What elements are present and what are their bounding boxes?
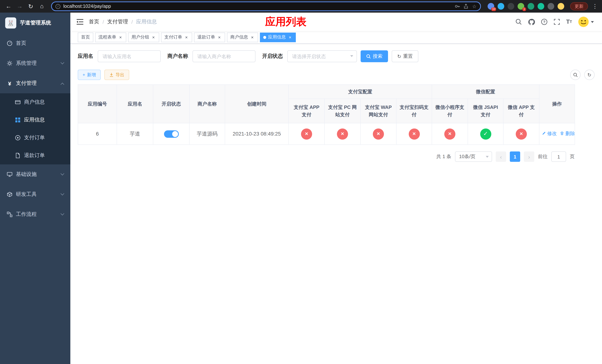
- tab-app-info[interactable]: 应用信息×: [260, 32, 296, 42]
- extension-icon-2[interactable]: [498, 3, 504, 10]
- app-title: 芋道管理系统: [20, 20, 51, 26]
- main-area: 首页 / 支付管理 / 应用信息 应用列表 ? T: [70, 13, 602, 364]
- close-icon[interactable]: ×: [250, 35, 255, 40]
- browser-back-icon[interactable]: ←: [4, 1, 13, 11]
- extension-icon-3[interactable]: [508, 3, 514, 10]
- refresh-table-button[interactable]: ↻: [584, 70, 595, 80]
- chrome-update-button[interactable]: 更新: [570, 2, 588, 10]
- col-group-wechat: 微信配置: [432, 85, 539, 99]
- export-button[interactable]: 导出: [104, 70, 129, 80]
- share-icon[interactable]: [464, 4, 469, 9]
- github-icon[interactable]: [528, 18, 535, 25]
- url-text[interactable]: localhost:1024/pay/app: [63, 4, 452, 9]
- site-info-icon[interactable]: i: [55, 4, 60, 9]
- close-icon[interactable]: ×: [118, 35, 123, 40]
- extension-icon-7[interactable]: [548, 3, 554, 10]
- cube-icon: [7, 192, 13, 197]
- user-avatar[interactable]: [578, 16, 594, 27]
- bookmark-star-icon[interactable]: ☆: [472, 3, 476, 9]
- cell-status: [153, 123, 189, 145]
- sidebar-item-label: 工作流程: [16, 211, 37, 218]
- help-icon[interactable]: ?: [541, 19, 548, 25]
- search-button[interactable]: 搜索: [361, 50, 388, 62]
- reset-button[interactable]: ↻ 重置: [392, 50, 418, 62]
- sidebar-item-devtools[interactable]: 研发工具: [0, 184, 70, 204]
- status-circle-icon: ×: [301, 128, 312, 139]
- merchant-name-label: 商户名称: [167, 53, 188, 60]
- search-icon: [366, 54, 371, 59]
- cell-alipay-wap: ×: [360, 123, 396, 145]
- breadcrumb-home[interactable]: 首页: [89, 19, 99, 25]
- chevron-down-icon: [61, 60, 64, 64]
- tab-merchant-info[interactable]: 商户信息×: [227, 32, 258, 42]
- font-size-icon[interactable]: TT: [566, 19, 572, 25]
- table-row: 6 芋道 芋道源码 2021-10-23 08:49:25 × × × × × …: [78, 123, 575, 145]
- address-bar[interactable]: i localhost:1024/pay/app ☆: [51, 1, 481, 11]
- extension-icon-1[interactable]: 10: [488, 3, 494, 10]
- close-icon[interactable]: ×: [217, 35, 222, 40]
- browser-reload-icon[interactable]: ↻: [26, 1, 35, 11]
- sidebar-item-app-info[interactable]: 应用信息: [0, 111, 70, 129]
- sidebar-item-workflow[interactable]: 工作流程: [0, 204, 70, 225]
- cell-wechat-jsapi: ✓: [468, 123, 503, 145]
- browser-home-icon[interactable]: ⌂: [37, 1, 47, 11]
- close-icon[interactable]: ×: [184, 35, 189, 40]
- edit-link[interactable]: 修改: [542, 130, 557, 137]
- navbar-actions: ? TT: [515, 16, 602, 27]
- goto-page-input[interactable]: [551, 151, 566, 162]
- close-icon[interactable]: ×: [151, 35, 156, 40]
- extension-icon-5[interactable]: [527, 3, 534, 10]
- password-key-icon[interactable]: [455, 4, 460, 9]
- tab-refund-orders[interactable]: 退款订单×: [194, 32, 225, 42]
- sidebar-item-infrastructure[interactable]: 基础设施: [0, 164, 70, 184]
- sidebar-item-refund-orders[interactable]: 退款订单: [0, 147, 70, 164]
- page-size-select[interactable]: 10条/页: [455, 151, 492, 162]
- next-page-button[interactable]: ›: [524, 151, 534, 162]
- add-button[interactable]: + 新增: [78, 70, 101, 80]
- status-switch[interactable]: [164, 130, 179, 138]
- page-suffix: 页: [570, 153, 575, 160]
- app-logo[interactable]: 🐰 芋道管理系统: [0, 13, 70, 33]
- dashboard-icon: [7, 40, 13, 46]
- cell-wechat-mini: ×: [432, 123, 468, 145]
- payment-submenu: 商户信息 应用信息 支付订单 退款订单: [0, 93, 70, 164]
- status-select-input[interactable]: [287, 50, 357, 62]
- sidebar-item-pay-orders[interactable]: 支付订单: [0, 129, 70, 147]
- tab-user-group[interactable]: 用户分组×: [128, 32, 159, 42]
- breadcrumb-payment[interactable]: 支付管理: [107, 19, 128, 25]
- search-icon: [573, 72, 578, 77]
- tab-pay-orders[interactable]: 支付订单×: [161, 32, 192, 42]
- close-icon[interactable]: ×: [288, 35, 292, 40]
- extension-icon-8[interactable]: [558, 3, 564, 10]
- tab-home[interactable]: 首页: [78, 32, 93, 42]
- page-number-1[interactable]: 1: [510, 151, 520, 162]
- toggle-search-button[interactable]: [570, 70, 580, 80]
- avatar-caret-icon: [591, 21, 594, 23]
- yen-icon: ¥: [7, 80, 13, 86]
- screen: ← → ↻ ⌂ i localhost:1024/pay/app ☆ 101 更…: [0, 0, 602, 364]
- delete-link[interactable]: 删除: [560, 130, 575, 137]
- search-icon[interactable]: [515, 19, 522, 25]
- sidebar-item-payment[interactable]: ¥ 支付管理: [0, 73, 70, 93]
- extension-icon-6[interactable]: [538, 3, 544, 10]
- goto-label: 前往: [538, 153, 548, 160]
- browser-menu-icon[interactable]: ⋮: [592, 3, 598, 10]
- prev-page-button[interactable]: ‹: [496, 151, 506, 162]
- filter-form: 应用名 商户名称 开启状态 搜索 ↻ 重置: [78, 50, 595, 62]
- tab-process-form[interactable]: 流程表单×: [95, 32, 126, 42]
- credit-card-icon: [15, 99, 21, 105]
- extension-icon-4[interactable]: 1: [517, 3, 524, 10]
- status-label: 开启状态: [262, 53, 283, 60]
- status-select[interactable]: [287, 50, 357, 62]
- merchant-name-input[interactable]: [193, 50, 256, 62]
- sidebar-item-home[interactable]: 首页: [0, 33, 70, 53]
- app-name-input[interactable]: [98, 50, 161, 62]
- sidebar-item-system[interactable]: 系统管理: [0, 53, 70, 73]
- switch-knob: [172, 131, 178, 137]
- col-header-alipay-pc: 支付宝 PC 网站支付: [324, 99, 360, 123]
- sidebar-toggle-icon[interactable]: [70, 19, 89, 25]
- fullscreen-icon[interactable]: [553, 19, 560, 25]
- browser-forward-icon[interactable]: →: [15, 1, 24, 11]
- sidebar-item-merchant-info[interactable]: 商户信息: [0, 93, 70, 111]
- status-circle-icon: ×: [444, 128, 455, 139]
